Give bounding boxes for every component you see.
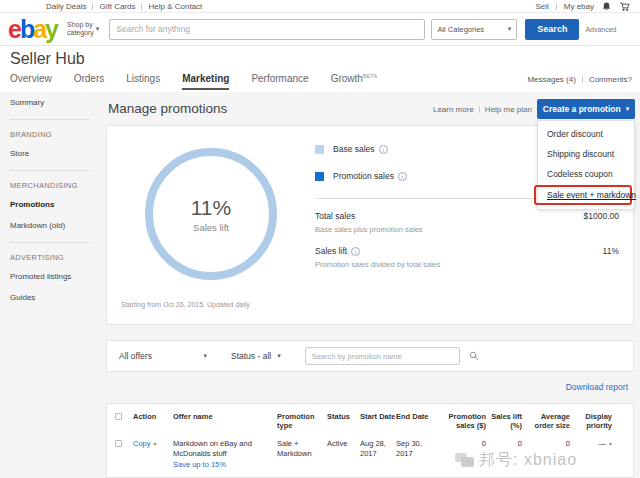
topbar-link-my-ebay[interactable]: My ebay [564,2,594,11]
seller-hub-title: Seller Hub [10,50,85,68]
sales-lift-donut-chart: 11% Sales lift [145,148,277,280]
body-area: Summary BRANDING Store MERCHANDISING Pro… [0,92,640,478]
sidebar: Summary BRANDING Store MERCHANDISING Pro… [0,92,100,478]
tab-overview[interactable]: Overview [10,73,52,90]
menu-item-order-discount[interactable]: Order discount [538,124,634,144]
divider [92,3,93,10]
tab-marketing[interactable]: Marketing [182,73,229,90]
topbar-link-help-contact[interactable]: Help & Contact [148,2,202,11]
beta-badge: BETA [363,73,378,79]
col-average-order-size: Average order size [522,412,570,431]
search-input[interactable] [109,19,425,40]
base-sales-label: Base sales [333,144,375,154]
offer-type-filter[interactable]: All offers ▾ [119,351,207,361]
top-utility-bar: Daily Deals Gift Cards Help & Contact Se… [0,0,640,13]
copy-action-link[interactable]: Copy [133,439,151,448]
shop-by-label: Shop bycategory [67,21,94,36]
promotion-search-input[interactable] [305,347,460,365]
sidebar-item-summary[interactable]: Summary [0,92,100,113]
sidebar-item-promotions[interactable]: Promotions [0,194,100,215]
main-content: Manage promotions Learn more Help me pla… [100,92,640,478]
chevron-down-icon: ▾ [626,105,630,113]
promotion-type-cell: Sale + Markdown [277,439,327,470]
sidebar-item-promoted-listings[interactable]: Promoted listings [0,266,100,287]
divider [10,170,90,171]
end-date-cell: Sep 30, 2017 [396,439,436,470]
sidebar-item-markdown-old[interactable]: Markdown (old) [0,215,100,236]
donut-value: 11% [191,196,231,220]
logo-letter: a [33,15,45,43]
help-me-plan-link[interactable]: Help me plan [485,105,532,114]
logo-letter: y [45,15,57,43]
topbar-link-gift-cards[interactable]: Gift Cards [99,2,135,11]
tab-orders[interactable]: Orders [74,73,105,90]
col-action: Action [133,412,173,431]
download-report-link[interactable]: Download report [566,382,628,392]
divider [582,76,583,83]
menu-item-shipping-discount[interactable]: Shipping discount [538,144,634,164]
chevron-down-icon: ▾ [609,441,612,447]
base-sales-swatch-icon [315,145,324,154]
site-header: ebay Shop bycategory ▾ All Categories ▾ … [0,13,640,46]
chevron-down-icon: ▾ [277,352,281,360]
category-select-value: All Categories [437,25,484,34]
table-header-row: Action Offer name Promotion type Status … [107,404,633,431]
ebay-seller-hub-page: Daily Deals Gift Cards Help & Contact Se… [0,0,640,478]
status-filter[interactable]: Status - all ▾ [231,351,281,361]
search-button[interactable]: Search [525,19,579,40]
sales-lift-label: Sales lift [315,246,360,256]
seller-hub-tabs: Overview Orders Listings Marketing Perfo… [10,73,378,90]
info-icon[interactable] [351,247,360,256]
create-promotion-label: Create a promotion [543,104,621,114]
total-sales-subtext: Base sales plus promotion sales [315,225,619,234]
messages-link[interactable]: Messages (4) [527,75,575,84]
chart-caption: Starting from Oct 26, 2015. Updated dail… [121,301,250,308]
info-icon[interactable] [398,172,407,181]
page-title: Manage promotions [108,101,227,116]
sidebar-section-branding: BRANDING [0,122,100,143]
total-sales-label: Total sales [315,211,355,221]
category-select[interactable]: All Categories ▾ [431,19,517,40]
offer-detail-link[interactable]: Save up to 15% [173,460,277,470]
chevron-down-icon: ▾ [96,25,100,33]
status-cell: Active [327,439,360,470]
promotion-sales-label: Promotion sales [333,171,394,181]
chevron-down-icon[interactable]: ▾ [154,441,157,447]
col-offer-name: Offer name [173,412,277,431]
create-promotion-menu: Order discount Shipping discount Codeles… [537,120,635,210]
sidebar-section-merchandising: MERCHANDISING [0,173,100,194]
sidebar-item-store[interactable]: Store [0,143,100,164]
offer-name: Markdown on eBay and McDonalds stuff [173,439,277,459]
divider [10,119,90,120]
row-checkbox[interactable] [115,440,122,447]
topbar-link-sell[interactable]: Sell [535,2,548,11]
notifications-bell-icon[interactable] [601,1,612,12]
tab-performance[interactable]: Performance [251,73,308,90]
logo-letter: e [8,15,20,43]
topbar-link-daily-deals[interactable]: Daily Deals [46,2,86,11]
cart-icon[interactable] [619,1,630,12]
tab-growth[interactable]: GrowthBETA [331,73,378,90]
sidebar-item-guides[interactable]: Guides [0,287,100,308]
create-promotion-button[interactable]: Create a promotion ▾ [537,99,635,119]
shop-by-category-dropdown[interactable]: Shop bycategory ▾ [67,21,99,36]
ebay-logo[interactable]: ebay [8,17,57,42]
promotion-sales-swatch-icon [315,172,324,181]
tab-listings[interactable]: Listings [126,73,160,90]
search-icon[interactable] [469,351,479,361]
divider [556,3,557,10]
watermark-text: 邦号: xbniao [479,450,577,471]
menu-item-sale-event-markdown[interactable]: Sale event + markdown [534,185,632,205]
divider [141,3,142,10]
watermark: 邦号: xbniao [455,450,577,471]
donut-label: Sales lift [193,222,229,233]
col-promotion-sales: Promotion sales ($) [436,412,486,431]
learn-more-link[interactable]: Learn more [433,105,474,114]
comments-link[interactable]: Comments? [589,75,632,84]
sidebar-section-advertising: ADVERTISING [0,245,100,266]
col-start-date: Start Date [360,412,396,431]
select-all-checkbox[interactable] [115,413,122,420]
advanced-search-link[interactable]: Advanced [585,26,616,33]
menu-item-codeless-coupon[interactable]: Codeless coupon [538,164,634,184]
info-icon[interactable] [379,145,388,154]
